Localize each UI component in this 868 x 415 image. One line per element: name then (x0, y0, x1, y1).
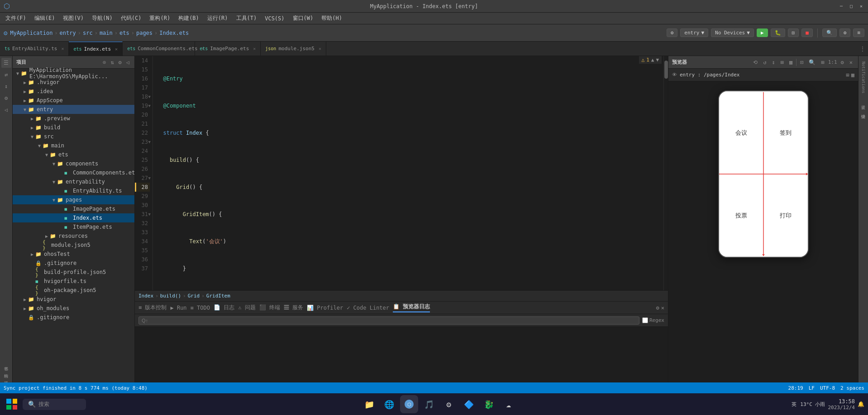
tree-resources[interactable]: ▶ 📁 resources (13, 231, 134, 241)
notif-button[interactable]: 🔔 (858, 401, 864, 407)
preview-fit-button[interactable]: ⊞ (819, 59, 826, 66)
editor-scrollbar[interactable] (663, 56, 668, 290)
tree-pages-folder[interactable]: ▼ 📁 pages (13, 195, 134, 204)
menu-item-code[interactable]: 代码(C) (117, 14, 145, 23)
taskbar-search[interactable]: 🔍 搜索 (23, 399, 86, 410)
log-tab-todo[interactable]: ≡ TODO (191, 305, 210, 311)
log-content[interactable] (135, 327, 668, 382)
maximize-button[interactable]: □ (848, 3, 854, 9)
settings-config-button[interactable]: ⚙ (667, 28, 678, 37)
search-button[interactable]: 🔍 (822, 28, 837, 37)
preview-grid-button[interactable]: ⊞ (779, 59, 786, 66)
tab-index[interactable]: ets Index.ets ✕ (69, 42, 123, 56)
log-tab-codelinter[interactable]: ✓ Code Linter (347, 305, 389, 311)
run-button[interactable]: ▶ (757, 28, 768, 37)
log-tab-profiler[interactable]: 📊 Profiler (307, 305, 343, 311)
tree-entryability-ts[interactable]: ◼ EntryAbility.ts (13, 186, 134, 195)
taskbar-app-browser[interactable]: 🌐 (380, 395, 398, 413)
device-selector[interactable]: No Devices ▼ (711, 28, 754, 37)
tree-root-gitignore[interactable]: 🔒 .gitignore (13, 313, 134, 322)
log-tab-services[interactable]: ☰ 服务 (284, 304, 303, 311)
preview-orient-button[interactable]: ↕ (770, 59, 777, 66)
preview-rotate-button[interactable]: ⟲ (751, 59, 759, 66)
menu-item-window[interactable]: 窗口(W) (289, 14, 317, 23)
editor-bc-griditem[interactable]: GridItem (206, 293, 230, 299)
menu-item-build[interactable]: 构建(B) (175, 14, 203, 23)
preview-maximize-button[interactable]: ⊡ (798, 59, 805, 66)
tree-idea[interactable]: ▶ 📁 .idea (13, 87, 134, 96)
log-settings-button[interactable]: ⚙ (656, 305, 659, 311)
tab-entryability[interactable]: ts EntryAbility.ts ✕ (0, 42, 69, 56)
taskbar-app-misc5[interactable]: ☁ (500, 395, 518, 413)
taskbar-app-misc3[interactable]: 🔷 (460, 395, 478, 413)
tree-ohostest[interactable]: ▶ 📁 ohosTest (13, 250, 134, 259)
menu-item-view[interactable]: 视图(V) (59, 14, 87, 23)
tree-indexets[interactable]: ◼ Index.ets (13, 213, 134, 222)
tree-entryability-folder[interactable]: ▼ 📁 entryability (13, 177, 134, 186)
tree-ohmodules[interactable]: ▶ 📁 oh_modules (13, 304, 134, 313)
log-search-input[interactable] (138, 316, 639, 325)
sidebar-icon2[interactable]: ⇄ (1, 70, 11, 80)
tab-imagepage-close[interactable]: ✕ (253, 46, 256, 51)
config-button[interactable]: ⚙ (839, 28, 851, 37)
log-tab-problems[interactable]: ⚠ 问题 (238, 304, 255, 311)
log-close-button[interactable]: ✕ (661, 305, 664, 311)
tab-index-close[interactable]: ✕ (115, 47, 118, 52)
sidebar-bottom-icon2[interactable]: 结构 (1, 368, 11, 373)
tree-ohpackage[interactable]: { } oh-package.json5 (13, 286, 134, 295)
log-tab-run[interactable]: ▶ Run (170, 305, 186, 311)
taskbar-app-misc4[interactable]: 🐉 (480, 395, 498, 413)
preview-zoom-button[interactable]: 🔍 (807, 59, 817, 66)
tree-build[interactable]: ▶ 📁 build (13, 123, 134, 132)
preview-layout-button[interactable]: ▦ (787, 59, 794, 66)
regex-checkbox-label[interactable]: Regex (642, 317, 664, 323)
tree-action-close[interactable]: ◁ (125, 59, 131, 66)
preview-path-btn1[interactable]: ⊞ (846, 72, 849, 78)
taskbar-app-misc2[interactable]: ⚙ (440, 395, 458, 413)
tab-entryability-close[interactable]: ✕ (61, 46, 64, 51)
log-tab-version[interactable]: ≡ 版本控制 (138, 304, 167, 311)
clock[interactable]: 13:58 2023/12/4 (828, 398, 855, 410)
settings-icon[interactable]: ⚙ (4, 29, 7, 37)
fold-icon-23[interactable]: ▼ (135, 137, 151, 146)
right-sidebar-settings[interactable]: 设置 (859, 99, 867, 106)
tab-imagepage[interactable]: ets ImagePage.ets ✕ (195, 42, 261, 56)
sidebar-icon3[interactable]: ↕ (1, 81, 11, 91)
error-nav-up[interactable]: ▲ (651, 57, 654, 63)
editor-bc-build[interactable]: build() (160, 293, 181, 299)
log-tab-log[interactable]: 📄 日志 (214, 304, 234, 311)
fold-icon-18[interactable]: ▼ (135, 92, 151, 101)
sidebar-collapse-icon[interactable]: ◁ (1, 105, 11, 115)
tree-imagepage[interactable]: ◼ ImagePage.ets (13, 204, 134, 213)
preview-refresh-button[interactable]: ↺ (761, 59, 768, 66)
tree-action-locate[interactable]: ⊙ (101, 59, 107, 66)
sidebar-project-icon[interactable]: ☰ (1, 58, 11, 68)
tree-commoncomp[interactable]: ◼ CommonComponents.ets (13, 168, 134, 177)
tree-buildprofile[interactable]: { } build-profile.json5 (13, 268, 134, 277)
fold-icon-31[interactable]: ▼ (135, 210, 151, 219)
taskbar-app-devtools[interactable]: ⬡ (400, 395, 418, 413)
tree-src[interactable]: ▼ 📁 src (13, 132, 134, 141)
preview-close-button[interactable]: ✕ (848, 59, 854, 66)
tree-main[interactable]: ▼ 📁 main (13, 141, 134, 150)
right-sidebar-shortcuts[interactable]: 快捷键 (859, 108, 867, 115)
menu-item-run[interactable]: 运行(R) (204, 14, 232, 23)
sidebar-bottom-icon[interactable]: 书签 (1, 361, 11, 366)
menu-item-help[interactable]: 帮助(H) (318, 14, 346, 23)
entry-selector[interactable]: entry ▼ (680, 28, 708, 37)
tree-appscope[interactable]: ▶ 📁 AppScope (13, 96, 134, 105)
tree-ets[interactable]: ▼ 📁 ets (13, 150, 134, 159)
more-button[interactable]: ≡ (853, 28, 864, 37)
attach-button[interactable]: ⊡ (788, 28, 799, 37)
tab-more-button[interactable]: ⋮ (860, 46, 865, 52)
menu-item-vcs[interactable]: VCS(S) (261, 14, 288, 23)
tree-action-filter[interactable]: ⚙ (117, 59, 123, 66)
regex-checkbox[interactable] (642, 317, 648, 323)
tree-entry[interactable]: ▼ 📁 entry (13, 105, 134, 114)
tree-itempage[interactable]: ◼ ItemPage.ets (13, 222, 134, 231)
tree-hvigorfile[interactable]: ◼ hvigorfile.ts (13, 277, 134, 286)
tree-gitignore[interactable]: 🔒 .gitignore (13, 259, 134, 268)
sidebar-bottom-icon3[interactable]: 话题 (1, 375, 11, 381)
windows-start-button[interactable] (4, 396, 20, 412)
editor-bc-index[interactable]: Index (138, 293, 153, 299)
